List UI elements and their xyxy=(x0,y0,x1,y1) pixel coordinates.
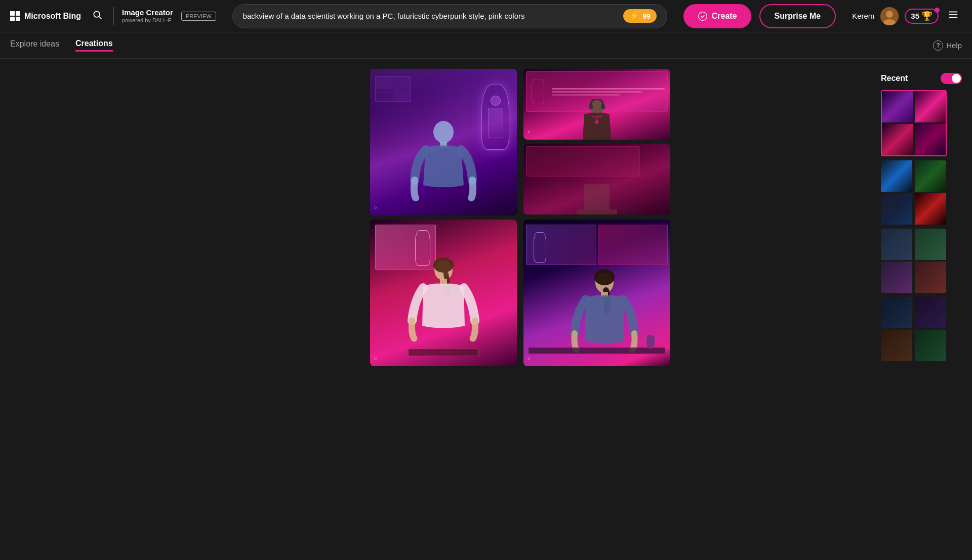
preview-badge: PREVIEW xyxy=(181,12,216,21)
reward-notification-dot xyxy=(935,8,940,13)
recent-group-4 xyxy=(881,297,962,361)
main-content: ᵇ xyxy=(0,59,972,376)
recent-mini-3a[interactable] xyxy=(881,229,912,260)
help-label: Help xyxy=(946,41,962,50)
surprise-label: Surprise Me xyxy=(775,12,821,20)
image-creator-title: Image Creator xyxy=(122,8,173,17)
tab-creations[interactable]: Creations xyxy=(75,39,113,52)
recent-mini-4c[interactable] xyxy=(881,330,912,361)
image-cell-3[interactable] xyxy=(523,144,670,214)
recent-label: Recent xyxy=(881,74,908,83)
image-creator-info: Image Creator powered by DALL·E xyxy=(122,8,173,24)
header-divider xyxy=(113,7,114,25)
image-creator-subtitle: powered by DALL·E xyxy=(122,17,173,24)
help-link[interactable]: ? Help xyxy=(933,40,962,51)
header: Microsoft Bing Image Creator powered by … xyxy=(0,0,972,32)
svg-point-9 xyxy=(433,121,454,143)
svg-rect-13 xyxy=(601,104,605,109)
hamburger-icon xyxy=(948,9,959,20)
watermark-5: ᵇ xyxy=(528,356,531,363)
bing-brand-text: Microsoft Bing xyxy=(24,12,81,21)
create-icon xyxy=(698,11,708,21)
recent-mini-1a[interactable] xyxy=(882,91,913,122)
boost-count: 99 xyxy=(642,12,651,20)
recent-mini-2b[interactable] xyxy=(915,160,946,192)
recent-group-1 xyxy=(881,90,962,156)
search-area: ⚡ 99 xyxy=(232,4,667,28)
image-cell-2[interactable]: ᵇ xyxy=(523,69,670,140)
nav-tabs: Explore ideas Creations ? Help xyxy=(0,32,972,59)
recent-mini-1c[interactable] xyxy=(882,124,913,155)
recent-grid-4[interactable] xyxy=(881,297,947,361)
boost-badge: ⚡ 99 xyxy=(623,9,657,23)
recent-mini-2c[interactable] xyxy=(881,193,912,225)
recent-mini-3d[interactable] xyxy=(915,262,946,293)
hamburger-menu-button[interactable] xyxy=(945,6,962,26)
recent-mini-3c[interactable] xyxy=(881,262,912,293)
recent-group-3 xyxy=(881,229,962,293)
boost-icon: ⚡ xyxy=(629,11,639,21)
recent-mini-2a[interactable] xyxy=(881,160,912,192)
create-button[interactable]: Create xyxy=(683,4,751,28)
reward-count: 35 xyxy=(911,12,919,20)
svg-point-2 xyxy=(698,12,707,20)
sidebar: Recent xyxy=(881,69,962,366)
search-icon-button[interactable] xyxy=(89,7,105,25)
recent-mini-4b[interactable] xyxy=(915,297,946,328)
svg-point-0 xyxy=(94,11,100,17)
recent-mini-1d[interactable] xyxy=(915,124,946,155)
reward-badge[interactable]: 35 🏆 xyxy=(905,9,939,24)
recent-mini-2d[interactable] xyxy=(915,193,946,225)
watermark-4: ᵇ xyxy=(374,356,377,363)
person-silhouette-1 xyxy=(406,114,481,216)
image-cell-5[interactable]: ᵇ xyxy=(523,220,670,366)
tab-explore-ideas[interactable]: Explore ideas xyxy=(10,39,59,52)
svg-point-4 xyxy=(886,11,893,18)
avatar-image xyxy=(880,7,899,25)
toggle-knob xyxy=(952,74,961,83)
recent-mini-3b[interactable] xyxy=(915,229,946,260)
user-area: Kerem 35 🏆 xyxy=(852,6,962,26)
svg-point-18 xyxy=(433,257,454,273)
recent-mini-4d[interactable] xyxy=(915,330,946,361)
windows-icon xyxy=(10,11,20,21)
bing-logo[interactable]: Microsoft Bing xyxy=(10,11,81,21)
recent-grid-3[interactable] xyxy=(881,229,947,293)
user-avatar[interactable] xyxy=(880,7,899,25)
recent-group-2 xyxy=(881,160,962,225)
recent-toggle[interactable] xyxy=(941,73,962,84)
right-column: ᵇ xyxy=(523,69,673,216)
search-input[interactable] xyxy=(243,12,624,20)
left-spacer xyxy=(10,69,162,366)
images-section: ᵇ xyxy=(174,69,869,366)
image-cell-1[interactable]: ᵇ xyxy=(370,69,517,216)
create-label: Create xyxy=(712,12,737,21)
svg-point-16 xyxy=(595,120,598,123)
nav-tabs-left: Explore ideas Creations xyxy=(10,39,113,52)
svg-point-21 xyxy=(594,269,615,285)
image-cell-4[interactable]: ᵇ xyxy=(370,220,517,366)
reward-icon: 🏆 xyxy=(921,11,933,22)
help-circle-icon: ? xyxy=(933,40,943,51)
recent-grid-1[interactable] xyxy=(881,90,947,156)
recent-header: Recent xyxy=(881,73,962,84)
svg-line-1 xyxy=(99,17,102,19)
recent-grid-2[interactable] xyxy=(881,160,947,225)
watermark-2: ᵇ xyxy=(528,129,531,137)
svg-rect-12 xyxy=(589,104,593,109)
person-silhouette-2 xyxy=(572,99,622,140)
image-grid: ᵇ xyxy=(370,69,673,366)
surprise-button[interactable]: Surprise Me xyxy=(759,4,836,28)
recent-mini-4a[interactable] xyxy=(881,297,912,328)
user-name: Kerem xyxy=(852,12,874,20)
recent-mini-1b[interactable] xyxy=(915,91,946,122)
watermark-1: ᵇ xyxy=(374,205,377,212)
